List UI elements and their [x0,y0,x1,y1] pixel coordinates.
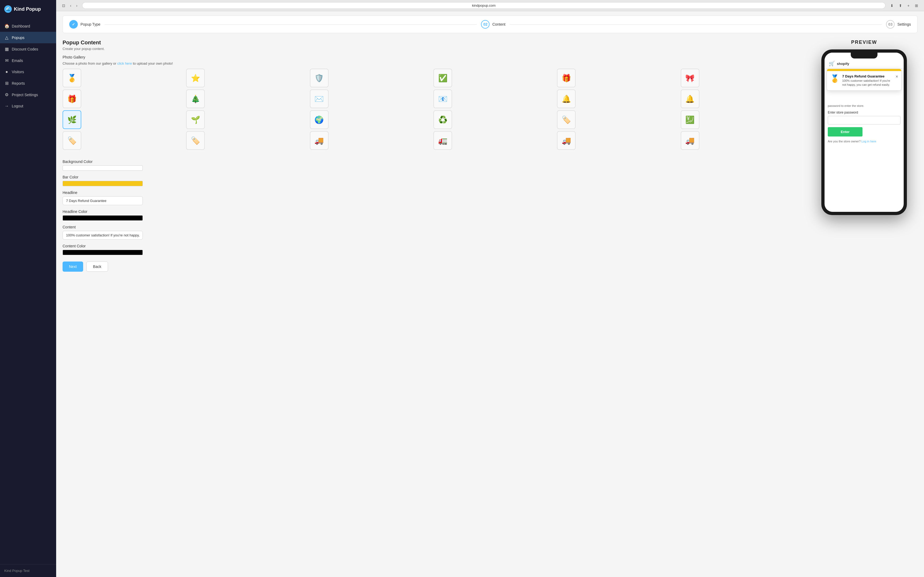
url-bar[interactable]: kindpopup.com [82,2,885,9]
sidebar-item-label: Discount Codes [12,47,38,51]
logo-icon: 🌊 [4,5,12,13]
content-label: Content [63,225,802,229]
gallery-item-19[interactable]: 🏷️ [63,131,81,150]
back-button[interactable]: ‹ [68,3,73,8]
gallery-item-15[interactable]: 🌍 [310,110,329,129]
gallery-item-1[interactable]: 🥇 [63,69,81,87]
popup-headline: 7 Days Refund Guarantee [842,74,893,78]
step-1-circle: ✓ [69,20,78,29]
gallery-item-2[interactable]: ⭐ [186,69,205,87]
gallery-item-11[interactable]: 🔔 [557,89,576,108]
gallery-item-5[interactable]: 🎁 [557,69,576,87]
bg-color-label: Background Color [63,160,802,164]
sidebar-item-label: Reports [12,81,25,85]
popup-content-text: 100% customer satisfaction! If you're no… [842,79,893,87]
headline-input[interactable] [63,196,143,205]
store-password-input[interactable] [828,116,900,124]
share-button[interactable]: ⬆ [897,3,904,8]
steps-bar: ✓ Popup Type 02 Content 03 Settings [63,16,918,33]
download-button[interactable]: ⬇ [889,3,895,8]
gallery-item-14[interactable]: 🌱 [186,110,205,129]
background-color-section: Background Color [63,160,802,171]
gallery-item-12[interactable]: 🔔 [681,89,699,108]
store-login-link[interactable]: Log in here [861,140,876,143]
headline-color-swatch[interactable] [63,215,143,221]
gallery-item-17[interactable]: 🏷️ [557,110,576,129]
gallery-item-7[interactable]: 🎁 [63,89,81,108]
two-col-layout: Popup Content Create your popup content.… [63,40,918,272]
phone-mockup: 🛒 shopify 🥇 7 Days Refund Guarantee [821,50,907,215]
browser-actions: ⬇ ⬆ + ⊞ [889,3,920,8]
step-2-circle: 02 [481,20,489,29]
store-password-label: Enter store password [828,111,900,114]
home-icon: 🏠 [4,24,9,29]
sidebar-item-label: Emails [12,58,23,63]
gallery-item-8[interactable]: 🎄 [186,89,205,108]
sidebar-item-visitors[interactable]: ● Visitors [0,66,56,77]
bar-color-swatch[interactable] [63,181,143,186]
content-color-swatch[interactable] [63,250,143,255]
gallery-label: Photo Gallery [63,55,802,59]
new-tab-button[interactable]: + [906,3,911,8]
gallery-item-6[interactable]: 🎀 [681,69,699,87]
store-owner-text: Are you the store owner? Log in here [828,140,900,143]
gallery-item-22[interactable]: 🚛 [433,131,452,150]
gallery-item-20[interactable]: 🏷️ [186,131,205,150]
gallery-item-10[interactable]: 📧 [433,89,452,108]
gallery-item-23[interactable]: 🚚 [557,131,576,150]
popup-bar [827,69,901,71]
store-enter-button[interactable]: Enter [828,127,863,137]
sidebar-item-dashboard[interactable]: 🏠 Dashboard [0,20,56,32]
sidebar-item-popups[interactable]: △ Popups [0,32,56,43]
bar-color-label: Bar Color [63,175,802,179]
step-settings: 03 Settings [886,20,911,29]
bar-color-section: Bar Color [63,175,802,186]
headline-label: Headline [63,190,802,195]
back-button[interactable]: Back [86,261,108,272]
step-content: 02 Content [481,20,505,29]
gallery-item-21[interactable]: 🚚 [310,131,329,150]
grid-button[interactable]: ⊞ [913,3,920,8]
sidebar-item-label: Visitors [12,70,24,74]
gallery-item-9[interactable]: ✉️ [310,89,329,108]
popup-text: 7 Days Refund Guarantee 100% customer sa… [842,74,893,87]
gallery-item-24[interactable]: 🚚 [681,131,699,150]
popup-body: 🥇 7 Days Refund Guarantee 100% customer … [827,71,901,90]
headline-color-label: Headline Color [63,210,802,214]
popup-close-button[interactable]: × [896,74,898,79]
sidebar-item-emails[interactable]: ✉ Emails [0,55,56,66]
gallery-item-3[interactable]: 🛡️ [310,69,329,87]
gallery-item-13[interactable]: 🌿 [63,110,81,129]
action-buttons: Next Back [63,261,802,272]
gallery-sublabel: Choose a photo from our gallery or click… [63,61,802,66]
content-color-label: Content Color [63,244,802,248]
headline-color-section: Headline Color [63,210,802,221]
popup-overlay: 🥇 7 Days Refund Guarantee 100% customer … [827,69,901,90]
popup-content-header: Popup Content Create your popup content. [63,40,802,51]
store-content: password to enter the store. Enter store… [825,101,904,146]
step-1-label: Popup Type [81,22,100,26]
step-popup-type: ✓ Popup Type [69,20,100,29]
content-input[interactable] [63,231,143,240]
bg-color-swatch[interactable] [63,165,143,171]
sidebar-item-reports[interactable]: ⊞ Reports [0,77,56,89]
sidebar: 🌊 Kind Popup 🏠 Dashboard △ Popups ▦ Disc… [0,0,56,577]
store-password-text: password to enter the store. [828,104,900,107]
sidebar-item-project-settings[interactable]: ⚙ Project Settings [0,89,56,100]
gallery-item-4[interactable]: ✅ [433,69,452,87]
next-button[interactable]: Next [63,261,83,272]
sidebar-item-label: Dashboard [12,24,30,28]
gallery-item-18[interactable]: 💹 [681,110,699,129]
sidebar-item-discount-codes[interactable]: ▦ Discount Codes [0,43,56,55]
main-content: Popup Content Create your popup content.… [56,40,924,278]
logout-icon: → [4,104,9,108]
forward-button[interactable]: › [74,3,79,8]
gallery-item-16[interactable]: ♻️ [433,110,452,129]
main-area: ⊡ ‹ › kindpopup.com ⬇ ⬆ + ⊞ ✓ Popup Type… [56,0,924,577]
sidebar-item-logout[interactable]: → Logout [0,100,56,112]
upload-link[interactable]: click here [117,61,132,66]
settings-icon: ⚙ [4,92,9,97]
preview-title: PREVIEW [851,40,877,45]
sidebar-toggle-button[interactable]: ⊡ [60,3,67,8]
shopify-logo-icon: 🛒 [829,61,835,66]
